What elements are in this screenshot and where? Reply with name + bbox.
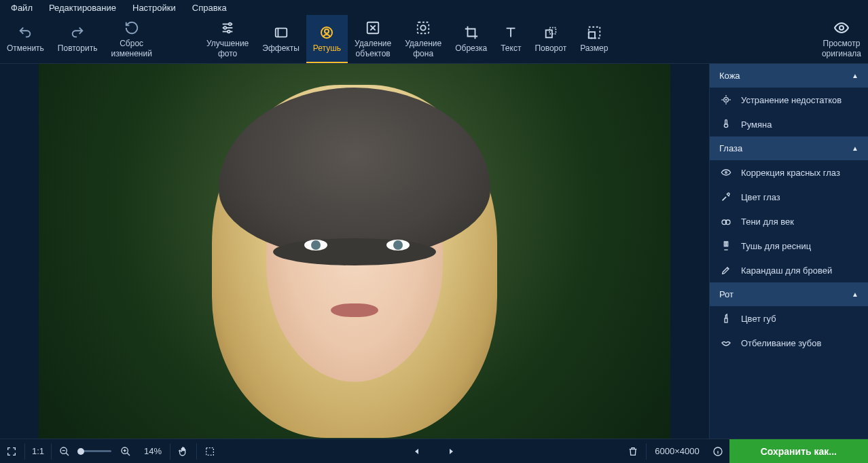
canvas[interactable]	[0, 64, 709, 439]
svg-point-4	[224, 26, 227, 29]
palette-icon	[719, 216, 733, 227]
effects-label: Эффекты	[262, 43, 300, 53]
rotate-button[interactable]: Поворот	[528, 15, 573, 63]
section-eyes[interactable]: Глаза ▲	[710, 136, 868, 160]
text-button[interactable]: Текст	[494, 15, 528, 63]
main-area: Кожа ▲ Устранение недостатков Румяна Гла…	[0, 64, 868, 439]
item-blemish-label: Устранение недостатков	[741, 95, 842, 105]
remove-objects-label: Удаление объектов	[355, 39, 391, 58]
retouch-label: Ретушь	[313, 43, 341, 53]
text-label: Текст	[501, 43, 521, 53]
reset-icon	[124, 20, 139, 36]
view-original-label: Просмотр оригинала	[822, 39, 861, 58]
eye-icon	[833, 20, 850, 36]
section-mouth[interactable]: Рот ▲	[710, 282, 868, 306]
info-button[interactable]	[706, 439, 729, 464]
undo-icon	[18, 24, 33, 41]
item-eyeshadow[interactable]: Тени для век	[710, 209, 868, 234]
item-browpencil[interactable]: Карандаш для бровей	[710, 258, 868, 282]
menu-help[interactable]: Справка	[184, 1, 235, 14]
chevron-up-icon: ▲	[852, 145, 858, 152]
effects-icon	[274, 24, 289, 41]
toolbar: Отменить Повторить Сброс изменений Улучш…	[0, 15, 868, 64]
enhance-button[interactable]: Улучшение фото	[200, 15, 255, 63]
fullscreen-icon	[6, 446, 17, 457]
lipstick-icon	[719, 313, 733, 324]
svg-rect-22	[724, 242, 725, 246]
sliders-icon	[220, 20, 235, 36]
svg-point-19	[725, 172, 727, 174]
redo-icon	[70, 24, 85, 41]
redo-label: Повторить	[58, 43, 98, 53]
svg-rect-6	[275, 29, 287, 37]
item-blush-label: Румяна	[741, 119, 772, 130]
rotate-icon	[543, 24, 558, 41]
item-whitening[interactable]: Отбеливание зубов	[710, 331, 868, 355]
remove-bg-button[interactable]: Удаление фона	[398, 15, 448, 63]
svg-rect-23	[727, 242, 728, 246]
section-skin[interactable]: Кожа ▲	[710, 64, 868, 88]
item-mascara-label: Тушь для ресниц	[741, 241, 811, 251]
fullscreen-button[interactable]	[0, 439, 23, 464]
undo-button[interactable]: Отменить	[0, 15, 51, 63]
eye-icon	[719, 167, 733, 178]
section-skin-label: Кожа	[719, 71, 740, 81]
crop-icon	[464, 24, 479, 41]
zoom-value: 14%	[137, 446, 168, 456]
svg-point-8	[325, 29, 329, 33]
menu-edit[interactable]: Редактирование	[41, 1, 124, 14]
section-eyes-label: Глаза	[719, 143, 742, 153]
undo-label: Отменить	[7, 43, 44, 53]
chevron-up-icon: ▲	[852, 291, 858, 298]
item-blemish-removal[interactable]: Устранение недостатков	[710, 88, 868, 112]
item-redeye-label: Коррекция красных глаз	[741, 168, 840, 178]
svg-rect-15	[589, 32, 595, 38]
item-blush[interactable]: Румяна	[710, 112, 868, 136]
hand-tool-button[interactable]	[172, 439, 195, 464]
menu-file[interactable]: Файл	[3, 1, 41, 14]
item-eyeshadow-label: Тени для век	[741, 217, 794, 227]
crop-button[interactable]: Обрезка	[448, 15, 494, 63]
zoom-out-button[interactable]	[53, 439, 76, 464]
effects-button[interactable]: Эффекты	[255, 15, 306, 63]
item-redeye[interactable]: Коррекция красных глаз	[710, 160, 868, 185]
pencil-icon	[719, 265, 733, 276]
retouch-button[interactable]: Ретушь	[306, 15, 348, 63]
section-mouth-label: Рот	[719, 289, 734, 299]
retouch-panel: Кожа ▲ Устранение недостатков Румяна Гла…	[709, 64, 868, 439]
item-browpencil-label: Карандаш для бровей	[741, 265, 832, 276]
lips-icon	[719, 337, 733, 348]
svg-rect-12	[545, 31, 551, 38]
redo-button[interactable]: Повторить	[51, 15, 105, 63]
dropper-icon	[719, 191, 733, 202]
hand-icon	[178, 446, 189, 457]
item-eyecolor-label: Цвет глаз	[741, 192, 780, 202]
zoom-1to1-button[interactable]: 1:1	[26, 439, 50, 464]
menu-settings[interactable]: Настройки	[124, 1, 184, 14]
target-icon	[719, 94, 733, 105]
zoom-in-icon	[120, 446, 131, 457]
triangle-left-icon	[413, 447, 421, 456]
view-original-button[interactable]: Просмотр оригинала	[815, 15, 868, 63]
resize-label: Размер	[580, 43, 608, 53]
next-button[interactable]	[439, 439, 463, 464]
remove-objects-button[interactable]: Удаление объектов	[348, 15, 398, 63]
delete-button[interactable]	[621, 439, 645, 464]
item-lipcolor[interactable]: Цвет губ	[710, 306, 868, 331]
save-as-button[interactable]: Сохранить как...	[729, 439, 868, 464]
item-eyecolor[interactable]: Цвет глаз	[710, 185, 868, 209]
enhance-label: Улучшение фото	[206, 39, 249, 58]
info-icon	[712, 446, 723, 457]
item-lipcolor-label: Цвет губ	[741, 314, 776, 324]
save-as-label: Сохранить как...	[761, 446, 837, 457]
image-dimensions: 6000×4000	[648, 446, 706, 456]
trash-icon	[628, 446, 638, 457]
prev-button[interactable]	[405, 439, 429, 464]
zoom-in-button[interactable]	[114, 439, 137, 464]
selection-tool-button[interactable]	[198, 439, 221, 464]
resize-button[interactable]: Размер	[573, 15, 615, 63]
zoom-slider[interactable]	[79, 450, 111, 452]
reset-button[interactable]: Сброс изменений	[104, 15, 158, 63]
item-mascara[interactable]: Тушь для ресниц	[710, 234, 868, 258]
photo-preview	[39, 64, 670, 439]
